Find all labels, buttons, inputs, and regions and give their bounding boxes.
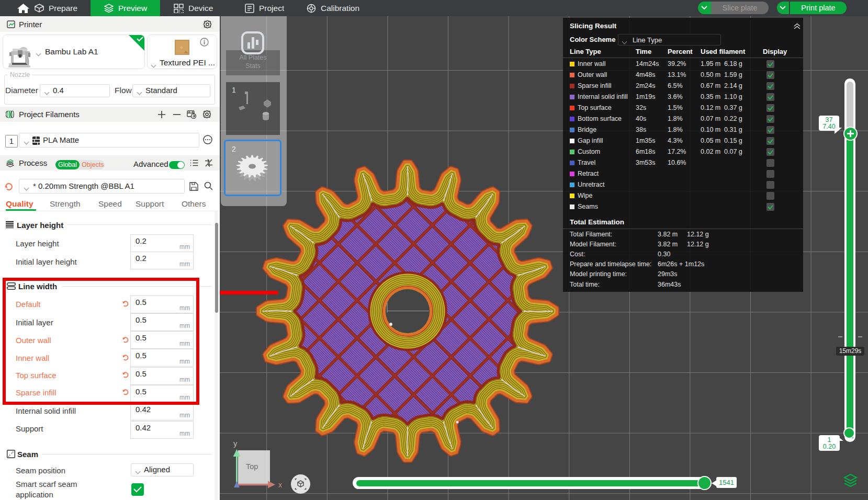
svg-text:y: y xyxy=(233,439,238,448)
svg-text:x: x xyxy=(278,481,282,489)
